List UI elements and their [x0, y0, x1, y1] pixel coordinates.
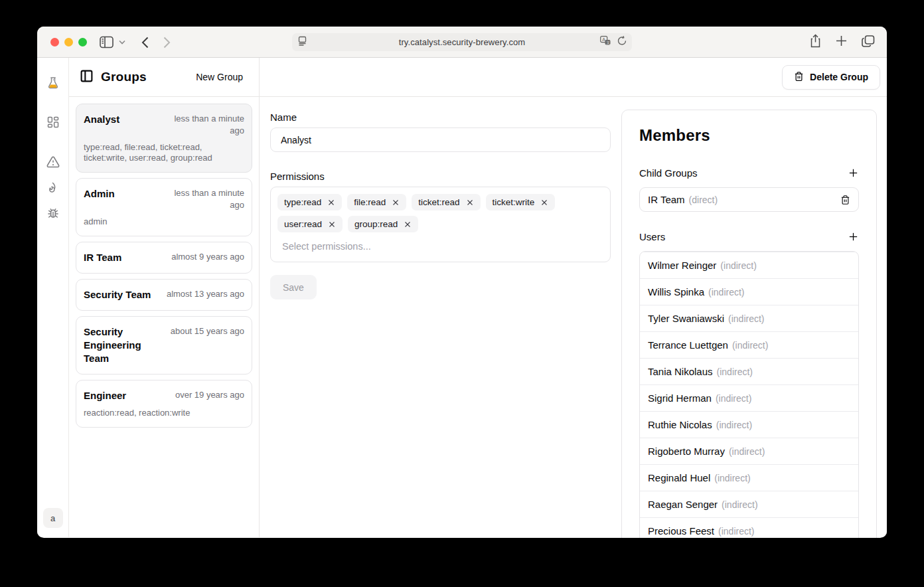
- user-name: Tyler Swaniawski: [648, 313, 724, 324]
- permission-tag-label: user:read: [284, 219, 322, 229]
- user-row[interactable]: Rigoberto Murray (indirect): [640, 438, 858, 464]
- groups-header: Groups New Group: [69, 58, 259, 97]
- user-membership-type: (indirect): [716, 393, 751, 404]
- browser-window: try.catalyst.security-brewery.com A 文: [37, 27, 887, 538]
- child-group-row: IR Team (direct): [639, 187, 859, 212]
- user-row[interactable]: Sigrid Herman (indirect): [640, 384, 858, 411]
- user-membership-type: (indirect): [729, 446, 765, 457]
- child-group-type: (direct): [689, 195, 718, 205]
- permission-tag: user:read: [277, 216, 343, 232]
- group-list-item[interactable]: Security Team almost 13 years ago: [76, 279, 252, 311]
- browser-toolbar: try.catalyst.security-brewery.com A 文: [37, 27, 887, 58]
- back-button-icon[interactable]: [141, 37, 149, 48]
- child-groups-section-header: Child Groups: [639, 167, 859, 179]
- alerts-icon[interactable]: [46, 155, 60, 171]
- user-name: Wilmer Reinger: [648, 260, 716, 271]
- panel-left-icon[interactable]: [80, 69, 94, 86]
- groups-panel: Groups New Group Analyst less than a min…: [69, 58, 260, 537]
- minimize-window-button[interactable]: [64, 38, 73, 46]
- toolbar-actions: [810, 27, 875, 58]
- window-controls: [50, 27, 87, 58]
- user-row[interactable]: Wilmer Reinger (indirect): [640, 252, 858, 278]
- user-membership-type: (indirect): [708, 287, 744, 297]
- user-membership-type: (indirect): [720, 260, 756, 271]
- group-name: Analyst: [84, 113, 119, 126]
- delete-group-button[interactable]: Delete Group: [782, 65, 880, 90]
- group-list-item[interactable]: Security Engineering Team about 15 years…: [76, 316, 252, 375]
- remove-tag-icon[interactable]: [328, 220, 336, 228]
- reload-icon[interactable]: [617, 36, 627, 48]
- user-row[interactable]: Precious Feest (indirect): [640, 517, 858, 538]
- new-tab-icon[interactable]: [836, 35, 847, 49]
- add-user-icon[interactable]: [848, 231, 859, 242]
- share-icon[interactable]: [810, 34, 821, 50]
- user-name: Ruthie Nicolas: [648, 419, 712, 430]
- name-label: Name: [270, 112, 621, 123]
- permission-tag-label: ticket:write: [493, 197, 535, 207]
- user-avatar[interactable]: a: [43, 508, 63, 528]
- permission-tag-label: group:read: [354, 219, 398, 229]
- remove-tag-icon[interactable]: [540, 199, 548, 207]
- reader-icon[interactable]: [297, 36, 307, 48]
- svg-text:A: A: [602, 37, 605, 42]
- url-text[interactable]: try.catalyst.security-brewery.com: [292, 37, 632, 47]
- trash-icon: [794, 71, 804, 84]
- members-panel: Members Child Groups IR Team (direct): [621, 110, 877, 538]
- address-bar[interactable]: try.catalyst.security-brewery.com A 文: [292, 33, 632, 51]
- group-name: Engineer: [84, 389, 126, 402]
- dashboard-icon[interactable]: [46, 116, 60, 131]
- group-timestamp: less than a minute ago: [158, 113, 244, 137]
- bug-icon[interactable]: [46, 207, 60, 223]
- group-timestamp: almost 9 years ago: [166, 251, 244, 263]
- remove-tag-icon[interactable]: [466, 199, 474, 207]
- permission-tags: type:read file:read: [277, 194, 603, 232]
- group-list-item[interactable]: Admin less than a minute ago admin: [76, 178, 252, 236]
- user-membership-type: (indirect): [714, 473, 750, 483]
- user-row[interactable]: Tyler Swaniawski (indirect): [640, 305, 858, 331]
- group-list-item[interactable]: Engineer over 19 years ago reaction:read…: [76, 380, 252, 428]
- permission-tag-label: type:read: [284, 197, 321, 207]
- remove-tag-icon[interactable]: [404, 220, 412, 228]
- permissions-placeholder[interactable]: Select permissions...: [282, 241, 603, 252]
- user-name: Tania Nikolaus: [648, 366, 713, 377]
- user-name: Precious Feest: [648, 525, 714, 537]
- user-row[interactable]: Ruthie Nicolas (indirect): [640, 411, 858, 438]
- user-row[interactable]: Tania Nikolaus (indirect): [640, 358, 858, 384]
- user-row[interactable]: Willis Spinka (indirect): [640, 278, 858, 305]
- sidebar-toggle-icon[interactable]: [100, 36, 114, 48]
- group-list-item[interactable]: Analyst less than a minute ago type:read…: [76, 104, 252, 173]
- name-input[interactable]: [270, 127, 611, 152]
- permissions-select[interactable]: type:read file:read: [270, 187, 611, 262]
- tab-overview-icon[interactable]: [862, 35, 875, 50]
- permission-tag: ticket:read: [412, 194, 480, 210]
- new-group-button[interactable]: New Group: [196, 72, 248, 82]
- translate-icon[interactable]: A 文: [600, 36, 611, 48]
- remove-tag-icon[interactable]: [392, 199, 400, 207]
- child-groups-list: IR Team (direct): [639, 187, 859, 212]
- members-title: Members: [639, 126, 859, 145]
- remove-tag-icon[interactable]: [327, 199, 335, 207]
- user-row[interactable]: Raegan Senger (indirect): [640, 491, 858, 517]
- group-list-item[interactable]: IR Team almost 9 years ago: [76, 242, 252, 274]
- group-timestamp: over 19 years ago: [170, 389, 244, 401]
- group-name: IR Team: [84, 251, 121, 264]
- users-section-header: Users: [639, 231, 859, 242]
- add-child-group-icon[interactable]: [848, 167, 859, 179]
- flask-logo-icon[interactable]: [46, 76, 60, 93]
- user-row[interactable]: Terrance Luettgen (indirect): [640, 331, 858, 358]
- users-list: Wilmer Reinger (indirect) Willis Spinka …: [639, 251, 859, 538]
- user-name: Rigoberto Murray: [648, 446, 725, 457]
- user-row[interactable]: Reginald Huel (indirect): [640, 464, 858, 491]
- toolbar-nav: [100, 27, 171, 58]
- save-button[interactable]: Save: [270, 275, 317, 299]
- zoom-window-button[interactable]: [78, 38, 87, 46]
- chevron-down-icon[interactable]: [119, 40, 125, 44]
- remove-child-group-icon[interactable]: [840, 195, 850, 205]
- close-window-button[interactable]: [50, 38, 59, 46]
- forward-button-icon[interactable]: [163, 37, 171, 48]
- group-name: Security Engineering Team: [84, 325, 165, 365]
- permission-tag-label: file:read: [354, 197, 386, 207]
- group-timestamp: less than a minute ago: [158, 187, 244, 211]
- permission-tag: ticket:write: [486, 194, 556, 210]
- flame-icon[interactable]: [46, 182, 59, 197]
